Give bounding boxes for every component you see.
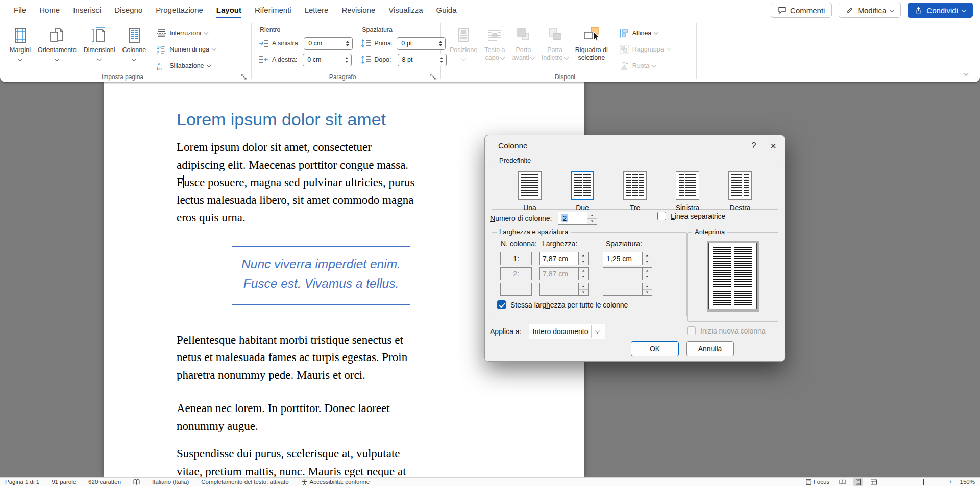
- spin-up-icon: [643, 283, 652, 290]
- spin-down-icon[interactable]: [579, 259, 588, 265]
- tab-riferimenti[interactable]: Riferimenti: [248, 0, 298, 20]
- spin-up-icon[interactable]: [587, 212, 597, 219]
- zoom-slider-handle[interactable]: [923, 479, 924, 485]
- tab-layout[interactable]: Layout: [210, 0, 248, 20]
- spacing-before-input[interactable]: 0 pt: [397, 37, 446, 50]
- text-wrap-button: Testo a capo: [481, 23, 508, 62]
- help-button[interactable]: ?: [751, 141, 756, 150]
- collapse-ribbon-button[interactable]: [964, 69, 968, 78]
- line-numbers-button[interactable]: 1-2- Numeri di riga: [154, 42, 218, 56]
- dialog-titlebar[interactable]: Colonne ? ×: [485, 135, 785, 157]
- spacing-after-label: Dopo:: [374, 56, 391, 63]
- language[interactable]: Italiano (Italia): [152, 479, 189, 485]
- proofing-icon[interactable]: [133, 479, 140, 485]
- columns-button[interactable]: Colonne: [119, 23, 150, 61]
- spin-up-icon[interactable]: [345, 57, 348, 59]
- indent-right-input[interactable]: 0 cm: [303, 54, 352, 66]
- chevron-down-icon: [962, 7, 967, 12]
- num-columns-spinbox[interactable]: 2: [558, 212, 597, 225]
- page-count[interactable]: Pagina 1 di 1: [5, 479, 39, 485]
- two-columns-icon: [571, 171, 594, 200]
- num-columns-label: Numero di colonne:: [490, 214, 552, 222]
- hyphenation-button[interactable]: a-bc Sillabazione: [154, 59, 218, 72]
- separator-line-checkbox[interactable]: [657, 212, 666, 220]
- spin-up-icon: [579, 268, 588, 274]
- chevron-down-icon: [132, 56, 137, 61]
- web-layout-view-button[interactable]: [868, 478, 879, 486]
- word-count[interactable]: 91 parole: [52, 479, 76, 485]
- chevron-down-icon: [564, 55, 569, 60]
- breaks-button[interactable]: Interruzioni: [154, 26, 218, 40]
- spin-up-icon: [579, 283, 588, 290]
- page-size-icon: [91, 25, 108, 45]
- indent-right-icon: [259, 55, 269, 65]
- spacing-header: Spaziatura:: [606, 240, 642, 248]
- zoom-out-button[interactable]: −: [887, 479, 891, 485]
- preset-destra[interactable]: Destra: [722, 171, 758, 212]
- accessibility-status[interactable]: Accessibilità: conforme: [301, 479, 370, 485]
- spin-down-icon[interactable]: [345, 61, 348, 63]
- zoom-level[interactable]: 150%: [960, 479, 975, 485]
- indent-title: Rientro: [260, 26, 353, 33]
- share-icon: [915, 7, 922, 14]
- chevron-down-icon[interactable]: [591, 325, 604, 338]
- zoom-in-button[interactable]: +: [949, 479, 952, 485]
- print-layout-view-button[interactable]: [853, 478, 863, 486]
- orientation-button[interactable]: Orientamento: [34, 23, 80, 61]
- comments-button[interactable]: Commenti: [771, 3, 832, 18]
- ok-button[interactable]: OK: [631, 341, 679, 356]
- page-setup-dialog-launcher[interactable]: [240, 73, 247, 80]
- spin-down-icon[interactable]: [643, 259, 652, 265]
- char-count[interactable]: 620 caratteri: [88, 479, 121, 485]
- text-completion[interactable]: Completamento del testo: attivato: [201, 479, 288, 485]
- cancel-button[interactable]: Annulla: [686, 341, 734, 356]
- paragraph-dialog-launcher[interactable]: [429, 73, 436, 80]
- spin-down-icon[interactable]: [587, 219, 597, 225]
- apply-to-select[interactable]: Intero documento: [529, 324, 605, 339]
- paragraph-2: Pellentesque habitant morbi tristique se…: [177, 331, 465, 385]
- tab-disegno[interactable]: Disegno: [108, 0, 149, 20]
- group-objects-button: Raggruppa: [617, 42, 673, 56]
- tab-visualizza[interactable]: Visualizza: [382, 0, 429, 20]
- equal-width-checkbox[interactable]: [497, 300, 506, 309]
- pull-quote: Nunc viverra imperdiet enim. Fusce est. …: [232, 246, 410, 305]
- group-separator: [251, 23, 252, 79]
- close-icon[interactable]: ×: [770, 141, 776, 151]
- size-button[interactable]: Dimensioni: [80, 23, 119, 61]
- preset-sinistra[interactable]: Sinistra: [669, 171, 706, 212]
- preset-due[interactable]: Due: [564, 171, 601, 212]
- spin-up-icon[interactable]: [579, 252, 588, 259]
- spacing-after-input[interactable]: 8 pt: [398, 54, 447, 66]
- selection-pane-button[interactable]: Riquadro di selezione: [572, 23, 611, 62]
- align-button[interactable]: Allinea: [617, 26, 673, 40]
- preset-tre[interactable]: Tre: [617, 171, 653, 212]
- indent-left-input[interactable]: 0 cm: [304, 37, 353, 50]
- preset-una[interactable]: Una: [511, 171, 548, 212]
- columns-icon: [126, 25, 143, 45]
- share-button[interactable]: Condividi: [908, 3, 973, 18]
- tab-guida[interactable]: Guida: [430, 0, 463, 20]
- document-text[interactable]: Lorem ipsum dolor sit amet Lorem ipsum d…: [177, 82, 465, 477]
- spin-up-icon[interactable]: [346, 41, 349, 43]
- editing-mode-button[interactable]: Modifica: [839, 3, 901, 18]
- zoom-slider[interactable]: [895, 482, 944, 482]
- spin-up-icon[interactable]: [643, 252, 652, 259]
- tab-home[interactable]: Home: [33, 0, 66, 20]
- send-backward-icon: [546, 25, 564, 45]
- column-3-number: [500, 283, 532, 296]
- tab-lettere[interactable]: Lettere: [298, 0, 335, 20]
- column-2-spacing-spinbox: [603, 267, 652, 280]
- tab-progettazione[interactable]: Progettazione: [149, 0, 210, 20]
- spin-down-icon[interactable]: [346, 44, 349, 46]
- focus-mode-button[interactable]: Focus: [805, 479, 829, 485]
- read-mode-view-button[interactable]: [837, 478, 848, 486]
- spacing-after-icon: [361, 55, 371, 65]
- tab-inserisci[interactable]: Inserisci: [66, 0, 108, 20]
- ribbon: Margini Orientamento Dimensioni: [0, 20, 980, 82]
- column-1-spacing-spinbox[interactable]: 1,25 cm: [603, 252, 652, 265]
- tab-revisione[interactable]: Revisione: [335, 0, 382, 20]
- column-1-width-spinbox[interactable]: 7,87 cm: [539, 252, 589, 265]
- margins-button[interactable]: Margini: [6, 23, 34, 61]
- indent-left-label: A sinistra:: [272, 40, 300, 47]
- tab-file[interactable]: File: [7, 0, 33, 20]
